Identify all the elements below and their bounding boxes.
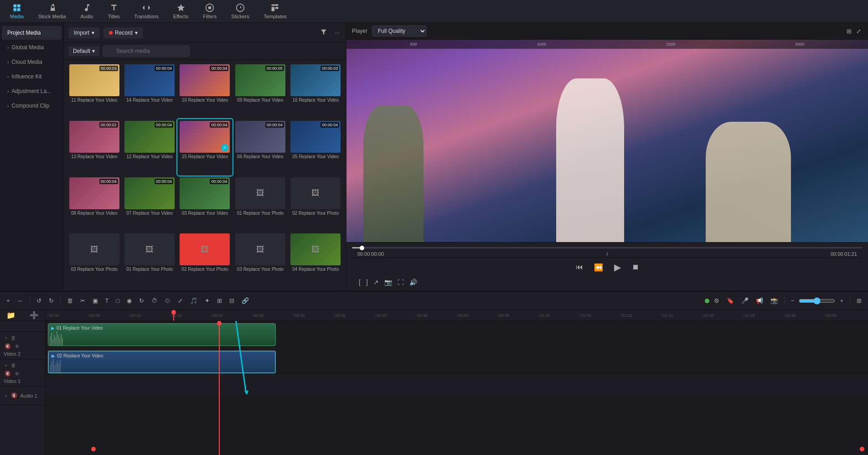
list-item[interactable]: 00:00:04 12 Replace Your Video	[122, 119, 177, 176]
step-back-button[interactable]: ⏪	[592, 261, 605, 274]
timeline-delete-button[interactable]: 🗑	[64, 295, 76, 306]
track-audio1-add-button[interactable]: +	[4, 392, 8, 399]
list-item[interactable]: 00:00:04 06 Replace Your Video	[232, 119, 288, 176]
zoom-slider[interactable]	[799, 297, 835, 305]
toolbar-filters[interactable]: Filters	[196, 1, 223, 21]
timeline-add-button[interactable]: +	[4, 295, 13, 306]
mark-in-button[interactable]: [	[357, 277, 362, 287]
timeline-zoom-btn[interactable]: ⤢	[175, 295, 186, 306]
timeline-duration-button[interactable]: ⏲	[162, 295, 173, 306]
track-video1-eye-button[interactable]: 👁	[14, 370, 21, 377]
toolbar-templates[interactable]: Templates	[257, 1, 293, 21]
list-item[interactable]: 🖼 01 Replace Your Photo	[232, 176, 288, 232]
list-item[interactable]: 00:00:04 08 Replace Your Video	[67, 176, 122, 232]
svg-rect-3	[17, 8, 21, 11]
list-item[interactable]: 00:00:04 03 Replace Your Video	[177, 176, 232, 232]
track-video1-add-button[interactable]: +	[4, 362, 8, 369]
list-item[interactable]: 🖼 02 Replace Your Photo	[288, 176, 343, 232]
timeline-rotate-button[interactable]: ↻	[136, 295, 147, 306]
list-item[interactable]: 00:00:03 16 Replace Your Video	[288, 62, 343, 119]
list-item[interactable]: 🖼 01 Replace Your Photo	[122, 232, 177, 288]
toolbar-titles[interactable]: Titles	[102, 1, 126, 21]
timeline-cut-button[interactable]: ✂	[78, 295, 88, 306]
timeline-color-button[interactable]: ◉	[124, 295, 134, 306]
timeline-split-btn[interactable]: ⊞	[214, 295, 225, 306]
timeline-text-button[interactable]: T	[103, 295, 112, 306]
import-button[interactable]: Import ▾	[68, 27, 100, 38]
timeline-group-btn[interactable]: ⊟	[227, 295, 237, 306]
list-item[interactable]: 00:00:04 10 Replace Your Video	[177, 62, 232, 119]
tl-mic-button[interactable]: 🎤	[739, 295, 751, 306]
more-options-button[interactable]: ···	[333, 27, 341, 38]
add-media-track-button[interactable]: 📁	[4, 310, 18, 321]
timeline-speed-button[interactable]: ⏱	[149, 295, 160, 306]
toolbar-effects[interactable]: Effects	[167, 1, 195, 21]
timeline-shape-button[interactable]: □	[114, 295, 123, 306]
video-clip-1[interactable]: ▶ 01 Replace Your Video	[48, 323, 276, 346]
tl-zoom-in-button[interactable]: +	[837, 295, 846, 306]
player-scrubber[interactable]	[352, 245, 863, 250]
tl-bookmark-button[interactable]: 🔖	[724, 295, 737, 306]
sidebar-item-adjustment-layer[interactable]: ›Adjustment La...	[2, 84, 62, 98]
rewind-button[interactable]: ⏮	[574, 261, 585, 273]
toolbar-stickers[interactable]: Stickers	[225, 1, 255, 21]
timeline-crop-button[interactable]: ▣	[90, 295, 101, 306]
tl-settings-button[interactable]: ⚙	[711, 295, 722, 306]
list-item[interactable]: 00:00:04 14 Replace Your Video	[122, 62, 177, 119]
list-item[interactable]: 🖼 04 Replace Your Photo	[288, 232, 343, 288]
snapshot-button[interactable]: 📷	[383, 277, 393, 287]
layout-grid-button[interactable]: ⊞	[845, 26, 853, 36]
mark-out-button[interactable]: ]	[365, 277, 369, 287]
tl-grid-button[interactable]: ⊞	[854, 295, 864, 306]
track-video2-mute-button[interactable]: 🔇	[4, 342, 12, 350]
list-item[interactable]: 🖼 03 Replace Your Photo	[67, 232, 122, 288]
fullscreen-button[interactable]: ⛶	[396, 277, 405, 287]
list-item[interactable]: 00:00:02 13 Replace Your Video	[67, 119, 122, 176]
sidebar-item-project-media[interactable]: Project Media	[2, 26, 62, 40]
toolbar-transitions[interactable]: Transitions	[128, 1, 165, 21]
sidebar-item-influence-kit[interactable]: ›Influence Kit	[2, 70, 62, 83]
record-button[interactable]: Record ▾	[103, 27, 143, 38]
default-filter-button[interactable]: Default ▾	[68, 46, 99, 56]
sidebar-item-cloud-media[interactable]: ›Cloud Media	[2, 55, 62, 69]
media-thumb: 00:00:03	[69, 64, 119, 96]
timeline-link-btn[interactable]: 🔗	[239, 295, 252, 306]
stop-button[interactable]: ⏹	[630, 261, 641, 273]
track-video1-mute-button[interactable]: 🔇	[4, 370, 12, 377]
timeline-audio-btn[interactable]: 🎵	[187, 295, 200, 306]
track-video1-delete-button[interactable]: 🗑	[10, 362, 17, 369]
quality-select[interactable]: Full Quality Half Quality Quarter Qualit…	[372, 26, 427, 36]
sidebar-item-compound-clip[interactable]: ›Compound Clip	[2, 99, 62, 113]
toolbar-media[interactable]: Media	[4, 1, 30, 21]
list-item[interactable]: 00:00:04 07 Replace Your Video	[122, 176, 177, 232]
list-item[interactable]: 00:00:04 ✓ 15 Replace Your Video	[177, 119, 232, 176]
timeline-undo-button[interactable]: ↺	[34, 295, 44, 306]
add-media-button[interactable]: ➕	[27, 310, 41, 321]
track-video2-add-button[interactable]: +	[4, 334, 8, 341]
track-video2-eye-button[interactable]: 👁	[14, 343, 21, 350]
export-frame-button[interactable]: ↗	[372, 277, 380, 287]
list-item[interactable]: 00:00:05 09 Replace Your Video	[232, 62, 288, 119]
toolbar-stock-media[interactable]: Stock Media	[32, 1, 72, 21]
tl-narrate-button[interactable]: 📢	[753, 295, 766, 306]
tl-snapshot-button[interactable]: 📸	[768, 295, 780, 306]
filter-button[interactable]	[318, 26, 329, 39]
toolbar-audio[interactable]: Audio	[74, 1, 100, 21]
list-item[interactable]: 00:00:03 11 Replace Your Video	[67, 62, 122, 119]
list-item[interactable]: 🖼 03 Replace Your Photo	[232, 232, 288, 288]
play-button[interactable]: ▶	[612, 260, 623, 274]
scrubber-thumb[interactable]	[360, 246, 364, 250]
volume-button[interactable]: 🔊	[408, 277, 418, 287]
list-item[interactable]: 🖼 02 Replace Your Photo	[177, 232, 232, 288]
waveform-bar	[58, 335, 59, 346]
tl-zoom-out-button[interactable]: −	[788, 295, 797, 306]
sidebar-item-global-media[interactable]: ›Global Media	[2, 41, 62, 54]
track-audio1-mute-button[interactable]: 🔇	[10, 392, 18, 399]
track-video2-delete-button[interactable]: 🗑	[10, 334, 17, 341]
layout-expand-button[interactable]: ⤢	[855, 26, 863, 36]
timeline-move-button[interactable]: ↔	[15, 295, 26, 306]
search-input[interactable]	[103, 46, 190, 57]
timeline-ai-btn[interactable]: ✦	[202, 295, 212, 306]
list-item[interactable]: 00:00:04 05 Replace Your Video	[288, 119, 343, 176]
timeline-redo-button[interactable]: ↻	[46, 295, 57, 306]
